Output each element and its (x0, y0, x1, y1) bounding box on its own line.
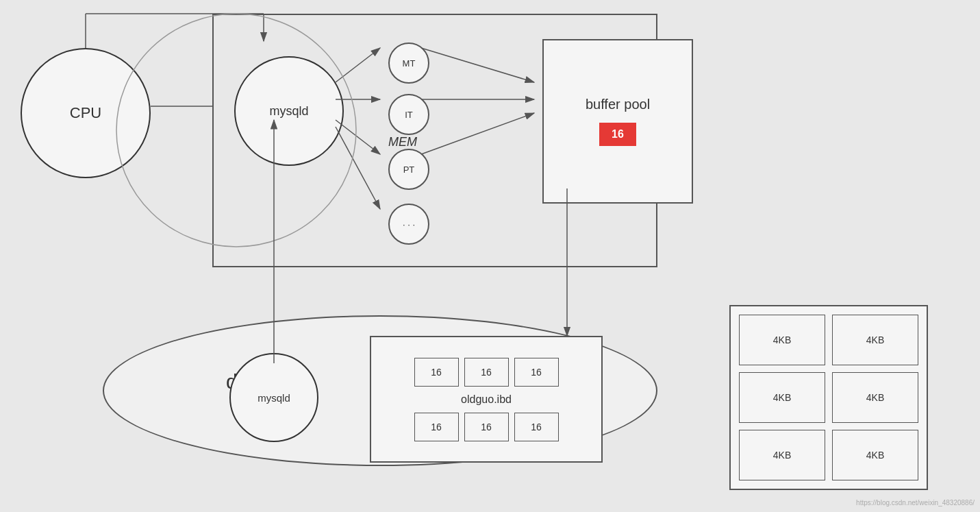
thread-dots: · · · (388, 204, 429, 245)
mysqld-disk-label: mysqld (257, 392, 290, 404)
mem-label: MEM (388, 135, 417, 149)
kb-cell-2: 4KB (739, 372, 825, 423)
ibd-label: oldguo.ibd (461, 393, 512, 406)
ibd-row-bottom: 16 16 16 (414, 413, 559, 441)
disk-area: disk mysqld 16 16 16 oldguo.ibd 16 (103, 315, 671, 487)
ibd-cell: 16 (414, 358, 459, 387)
kb-cell-5: 4KB (832, 430, 918, 480)
ibd-cell: 16 (464, 358, 509, 387)
ibd-cell: 16 (514, 413, 559, 441)
thread-it: IT (388, 94, 429, 135)
kb-cell-3: 4KB (832, 372, 918, 423)
ibd-box: 16 16 16 oldguo.ibd 16 16 16 (370, 336, 603, 463)
thread-mt: MT (388, 42, 429, 84)
ibd-cell: 16 (464, 413, 509, 441)
cpu-circle: CPU (21, 48, 151, 178)
buffer-pool-value: 16 (599, 123, 636, 146)
cpu-label: CPU (70, 104, 101, 122)
kb-cell-4: 4KB (739, 430, 825, 480)
kb-panel: 4KB 4KB 4KB 4KB 4KB 4KB (729, 305, 928, 490)
thread-pt: PT (388, 149, 429, 190)
ibd-cell: 16 (414, 413, 459, 441)
mysqld-circle-disk: mysqld (229, 353, 318, 442)
ibd-row-top: 16 16 16 (414, 358, 559, 387)
buffer-pool-label: buffer pool (586, 97, 650, 112)
diagram-container: CPU mysqld MT IT PT · · · MEM buffer poo… (0, 0, 980, 512)
watermark: https://blog.csdn.net/weixin_48320886/ (856, 499, 975, 507)
ibd-cell: 16 (514, 358, 559, 387)
main-box: mysqld MT IT PT · · · MEM buffer pool 16 (212, 14, 657, 267)
kb-cell-1: 4KB (832, 315, 918, 365)
mysqld-top-label: mysqld (269, 104, 308, 119)
buffer-pool-box: buffer pool 16 (542, 39, 693, 204)
mysqld-circle-top: mysqld (234, 56, 344, 166)
kb-cell-0: 4KB (739, 315, 825, 365)
